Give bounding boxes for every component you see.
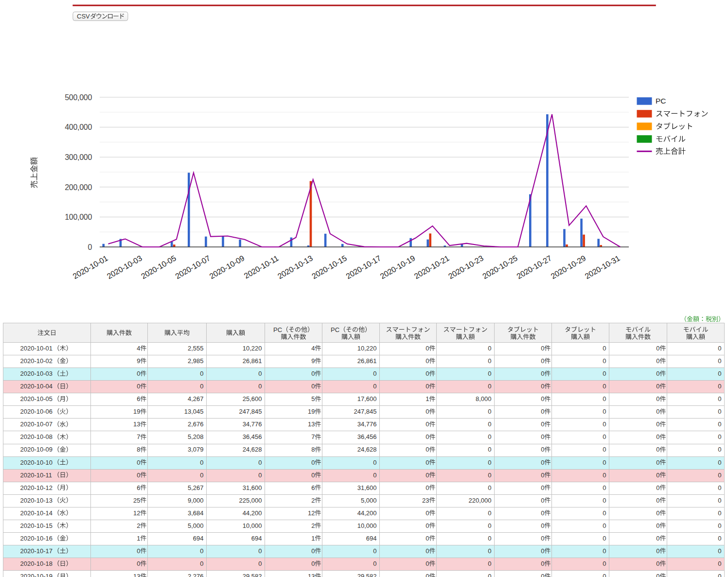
svg-text:0: 0 — [656, 535, 659, 542]
svg-text:0: 0 — [426, 345, 429, 352]
svg-text:0: 0 — [137, 547, 140, 555]
svg-text:0: 0 — [200, 547, 203, 555]
svg-text:0: 0 — [718, 370, 721, 377]
svg-text:5,267: 5,267 — [188, 484, 204, 491]
svg-text:0: 0 — [656, 357, 659, 365]
svg-text:0: 0 — [488, 420, 491, 428]
svg-text:100,000: 100,000 — [65, 213, 92, 221]
svg-text:0: 0 — [603, 395, 606, 402]
svg-text:0: 0 — [137, 370, 140, 377]
svg-text:0: 0 — [541, 459, 544, 466]
svg-text:0: 0 — [656, 408, 659, 415]
svg-text:0: 0 — [311, 560, 315, 567]
svg-text:0: 0 — [656, 522, 659, 529]
svg-text:6: 6 — [311, 484, 315, 491]
svg-text:0: 0 — [426, 522, 429, 529]
svg-text:2: 2 — [311, 497, 315, 504]
svg-text:0: 0 — [541, 560, 544, 567]
svg-text:2020-10-10: 2020-10-10 — [20, 459, 53, 466]
svg-text:0: 0 — [603, 446, 606, 453]
svg-text:0: 0 — [373, 383, 376, 390]
svg-text:0: 0 — [137, 383, 140, 390]
svg-text:2020-10-09: 2020-10-09 — [20, 446, 53, 453]
svg-text:0: 0 — [603, 433, 606, 440]
svg-text:2020-10-18: 2020-10-18 — [20, 560, 53, 567]
svg-text:0: 0 — [603, 472, 606, 479]
svg-text:2020-10-05: 2020-10-05 — [20, 395, 53, 402]
svg-text:0: 0 — [656, 459, 659, 466]
svg-text:0: 0 — [541, 535, 544, 542]
svg-text:24,628: 24,628 — [357, 446, 377, 453]
svg-text:PC: PC — [273, 326, 282, 333]
svg-text:2020-10-02: 2020-10-02 — [20, 357, 53, 365]
svg-text:29,582: 29,582 — [357, 573, 377, 577]
svg-text:4: 4 — [311, 345, 315, 352]
svg-text:0: 0 — [656, 345, 659, 352]
svg-text:10,220: 10,220 — [243, 345, 262, 352]
svg-text:0: 0 — [718, 497, 721, 504]
svg-text:0: 0 — [541, 472, 544, 479]
svg-text:2020-10-08: 2020-10-08 — [20, 433, 53, 440]
svg-text:2: 2 — [311, 522, 315, 529]
svg-text:36,456: 36,456 — [243, 433, 262, 440]
svg-text:0: 0 — [603, 459, 606, 466]
svg-text:23: 23 — [422, 497, 429, 504]
svg-text:10,000: 10,000 — [243, 522, 262, 529]
svg-text:0: 0 — [488, 383, 491, 390]
svg-text:2,676: 2,676 — [188, 420, 204, 428]
svg-text:0: 0 — [137, 560, 140, 567]
svg-text:36,456: 36,456 — [357, 433, 377, 440]
svg-text:13: 13 — [308, 573, 315, 577]
svg-text:0: 0 — [603, 370, 606, 377]
svg-text:0: 0 — [656, 560, 659, 567]
svg-text:0: 0 — [718, 573, 721, 577]
svg-text:PC: PC — [656, 97, 666, 105]
svg-text:0: 0 — [488, 357, 491, 365]
svg-text:0: 0 — [718, 547, 721, 555]
svg-text:29,582: 29,582 — [243, 573, 262, 577]
svg-text:0: 0 — [541, 484, 544, 491]
svg-text:0: 0 — [426, 535, 429, 542]
svg-text:2020-10-14: 2020-10-14 — [20, 509, 53, 517]
svg-text:6: 6 — [137, 395, 140, 402]
svg-text:0: 0 — [603, 345, 606, 352]
svg-text:225,000: 225,000 — [239, 497, 262, 504]
svg-text:0: 0 — [603, 560, 606, 567]
svg-text:0: 0 — [426, 459, 429, 466]
svg-text:0: 0 — [718, 509, 721, 517]
svg-text:13: 13 — [308, 420, 315, 428]
svg-text:0: 0 — [603, 573, 606, 577]
svg-text:0: 0 — [603, 509, 606, 517]
svg-text:0: 0 — [311, 472, 315, 479]
svg-text:2020-10-19: 2020-10-19 — [20, 573, 53, 577]
svg-text:12: 12 — [133, 509, 140, 517]
svg-text:0: 0 — [656, 484, 659, 491]
svg-text:694: 694 — [193, 535, 204, 542]
svg-text:26,861: 26,861 — [357, 357, 377, 365]
svg-text:0: 0 — [311, 547, 315, 555]
svg-text:0: 0 — [258, 459, 262, 466]
svg-text:0: 0 — [426, 383, 429, 390]
svg-text:0: 0 — [426, 408, 429, 415]
svg-text:0: 0 — [373, 560, 376, 567]
svg-text:19: 19 — [133, 408, 140, 415]
svg-text:2020-10-06: 2020-10-06 — [20, 408, 53, 415]
svg-text:0: 0 — [373, 547, 376, 555]
svg-text:9: 9 — [311, 357, 315, 365]
svg-text:0: 0 — [373, 370, 376, 377]
svg-text:0: 0 — [200, 560, 203, 567]
svg-text:0: 0 — [541, 370, 544, 377]
svg-text:0: 0 — [718, 484, 721, 491]
svg-text:0: 0 — [718, 408, 721, 415]
svg-text:0: 0 — [603, 497, 606, 504]
svg-text:0: 0 — [426, 472, 429, 479]
svg-text:0: 0 — [426, 547, 429, 555]
svg-text:2020-10-16: 2020-10-16 — [20, 535, 53, 542]
svg-text:0: 0 — [426, 370, 429, 377]
svg-text:0: 0 — [718, 535, 721, 542]
svg-text:247,845: 247,845 — [354, 408, 377, 415]
svg-text:4: 4 — [137, 345, 140, 352]
svg-text:0: 0 — [718, 560, 721, 567]
svg-text:8: 8 — [311, 446, 315, 453]
svg-text:0: 0 — [656, 433, 659, 440]
